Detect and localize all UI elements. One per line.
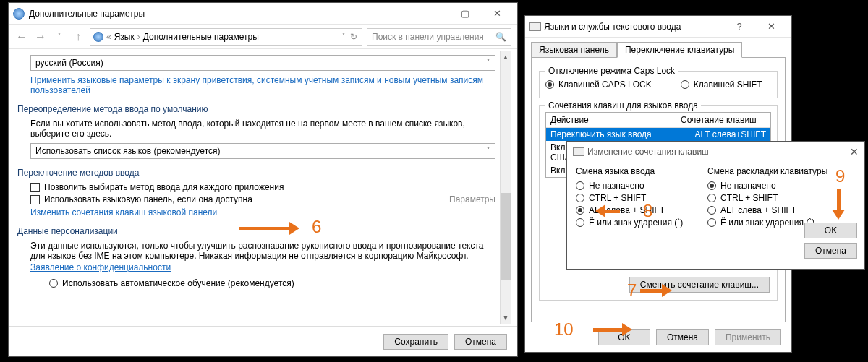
radio-alt-shift[interactable]: ALT слева + SHIFT [576,205,697,215]
radio-icon [49,279,58,288]
close-button[interactable]: ✕ [481,4,513,24]
input-method-select[interactable]: Использовать список языков (рекомендуетс… [30,143,495,159]
cancel-button[interactable]: Отмена [454,334,507,350]
section-personalization: Данные персонализации [17,226,495,236]
advanced-settings-window: Дополнительные параметры — ▢ ✕ ← → ˅ ↑ «… [8,2,518,357]
radio-icon [707,218,716,227]
nav-up[interactable]: ↑ [71,30,85,43]
radio-none[interactable]: Не назначено [576,181,697,191]
scrollbar[interactable]: ▲ ▼ [500,51,511,324]
nav-history[interactable]: ˅ [52,32,67,42]
breadcrumb-sep: « [106,32,111,42]
breadcrumb-item[interactable]: Дополнительные параметры [143,32,259,42]
radio-auto-learn[interactable]: Использовать автоматическое обучение (ре… [49,278,495,288]
search-input[interactable]: Поиск в панели управления 🔍 [367,28,511,46]
group-title: Сочетания клавиш для языков ввода [545,100,701,111]
radio-icon [681,80,689,89]
window-title: Языки и службы текстового ввода [544,22,723,32]
column-head: Смена раскладки клавиатуры [707,166,829,176]
search-placeholder: Поиск в панели управления [372,32,484,42]
radio-icon [707,194,716,202]
column-layout: Смена раскладки клавиатуры Не назначено … [707,166,829,230]
chevron-down-icon: ˅ [486,146,490,156]
radio-label: Ё или знак ударения (`) [720,217,814,228]
table-row[interactable]: Переключить язык ввода ALT слева+SHIFT [546,128,770,141]
titlebar: Дополнительные параметры — ▢ ✕ [9,3,517,25]
maximize-button[interactable]: ▢ [449,4,481,24]
personalization-text: Эти данные используются, только чтобы ул… [30,241,495,261]
apply-button[interactable]: Применить [715,329,781,345]
section-input-override: Переопределение метода ввода по умолчани… [17,104,495,114]
help-button[interactable]: ? [723,17,755,37]
radio-shift[interactable]: Клавишей SHIFT [681,79,762,90]
content-area: русский (Россия) ˅ Применить языковые па… [9,49,517,288]
change-hotkey-button[interactable]: Сменить сочетание клавиш... [629,277,770,293]
breadcrumb-item[interactable]: Язык [114,32,135,42]
checkbox-icon [30,183,40,192]
section-switch-methods: Переключение методов ввода [17,168,495,178]
apply-to-welcome-link[interactable]: Применить языковые параметры к экрану пр… [30,75,495,95]
footer: OK Отмена Применить [525,322,791,352]
radio-ctrl-shift[interactable]: CTRL + SHIFT [707,193,829,203]
titlebar: Языки и службы текстового ввода ? ✕ [525,16,791,38]
chevron-down-icon: ˅ [486,58,490,68]
column-combo: Сочетание клавиш [676,113,770,127]
chevron-down-icon[interactable]: ˅ [341,32,346,42]
globe-icon [13,8,25,20]
radio-icon [576,194,584,202]
cancel-button[interactable]: Отмена [656,329,709,345]
radio-none[interactable]: Не назначено [707,181,829,191]
privacy-link[interactable]: Заявление о конфиденциальности [30,262,495,272]
checkbox-lang-bar[interactable]: Использовать языковую панель, если она д… [30,194,495,204]
checkbox-label: Использовать языковую панель, если она д… [44,194,252,204]
nav-back[interactable]: ← [14,30,29,43]
tab-strip: Языковая панель Переключение клавиатуры [525,38,791,57]
select-value: Использовать список языков (рекомендуетс… [35,146,221,156]
refresh-icon[interactable]: ↻ [350,32,357,42]
modal-title: Изменение сочетания клавиш [587,147,709,157]
radio-ctrl-shift[interactable]: CTRL + SHIFT [576,193,697,203]
save-button[interactable]: Сохранить [383,334,448,350]
radio-label: Использовать автоматическое обучение (ре… [62,278,294,288]
group-caps-lock: Отключение режима Caps Lock Клавишей CAP… [539,71,778,98]
minimize-button[interactable]: — [417,4,449,24]
tab-language-bar[interactable]: Языковая панель [531,42,617,58]
radio-alt-shift[interactable]: ALT слева + SHIFT [707,205,829,215]
radio-grave[interactable]: Ё или знак ударения (`) [576,217,697,228]
radio-caps-lock[interactable]: Клавишей CAPS LOCK [545,79,652,90]
language-override-select[interactable]: русский (Россия) ˅ [30,55,495,71]
modal-titlebar: Изменение сочетания клавиш ✕ [567,142,864,162]
ok-button[interactable]: OK [598,329,650,345]
breadcrumb[interactable]: « Язык › Дополнительные параметры ˅ ↻ [90,28,362,46]
nav-forward[interactable]: → [33,30,48,43]
column-action: Действие [546,113,676,127]
search-icon: 🔍 [495,32,506,42]
column-input-lang: Смена языка ввода Не назначено CTRL + SH… [576,166,697,230]
radio-label: Клавишей SHIFT [694,79,762,90]
radio-label: Не назначено [720,181,776,191]
close-button[interactable]: ✕ [755,17,787,37]
checkbox-per-app[interactable]: Позволить выбирать метод ввода для каждо… [30,182,495,192]
table-header: Действие Сочетание клавиш [546,113,770,128]
globe-icon [93,32,103,42]
ok-button[interactable]: OK [804,223,857,238]
scroll-down-icon[interactable]: ▼ [501,312,511,324]
scroll-thumb[interactable] [501,193,511,280]
radio-label: Клавишей CAPS LOCK [558,79,652,90]
scroll-up-icon[interactable]: ▲ [501,51,511,63]
checkbox-icon [30,195,40,204]
change-hotkey-modal: Изменение сочетания клавиш ✕ Смена языка… [566,141,865,270]
close-button[interactable]: ✕ [850,146,859,158]
params-link: Параметры [449,194,495,204]
cancel-button[interactable]: Отмена [804,243,857,259]
radio-label: CTRL + SHIFT [720,193,778,203]
radio-icon [576,181,584,190]
change-hotkeys-link[interactable]: Изменить сочетания клавиш языковой панел… [30,207,495,217]
keyboard-icon [573,147,584,156]
radio-icon [707,206,716,215]
radio-label: Ё или знак ударения (`) [589,217,683,228]
tab-keyboard-switch[interactable]: Переключение клавиатуры [617,42,742,58]
keyboard-icon [529,22,541,31]
override-description: Если вы хотите использовать метод ввода,… [30,118,495,139]
radio-icon [545,80,554,89]
